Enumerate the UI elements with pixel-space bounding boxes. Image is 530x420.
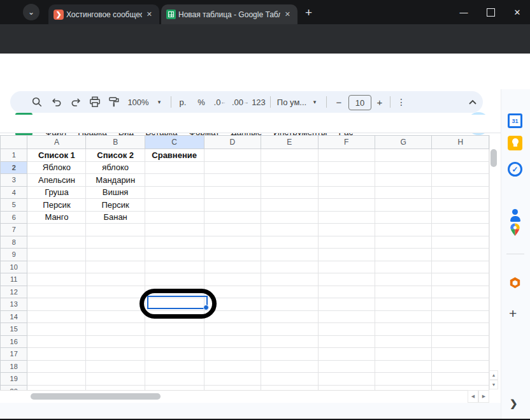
cell-F20[interactable] (318, 385, 375, 390)
cell-D20[interactable] (204, 385, 261, 390)
cell-F1[interactable] (318, 149, 375, 162)
cell-F13[interactable] (318, 298, 375, 311)
cell-F2[interactable] (318, 161, 375, 174)
cell-C3[interactable] (145, 174, 204, 187)
cell-G4[interactable] (375, 186, 432, 199)
column-header-D[interactable]: D (204, 136, 261, 149)
row-header-19[interactable]: 19 (1, 373, 27, 386)
cell-A15[interactable] (27, 323, 86, 336)
cell-F16[interactable] (318, 335, 375, 348)
cell-A18[interactable] (27, 360, 86, 373)
window-close-button[interactable]: ✕ (505, 0, 530, 24)
cell-E20[interactable] (261, 385, 318, 390)
cell-D18[interactable] (204, 360, 261, 373)
window-minimize-button[interactable]: — (451, 0, 476, 24)
cell-A12[interactable] (27, 286, 86, 298)
row-header-11[interactable]: 11 (1, 273, 27, 286)
cell-C20[interactable] (145, 385, 204, 390)
cell-F18[interactable] (318, 360, 375, 373)
cell-H17[interactable] (432, 348, 489, 361)
cell-C6[interactable] (145, 211, 204, 224)
cell-G3[interactable] (375, 174, 432, 187)
browser-tab-2-active[interactable]: Новая таблица - Google Табли ✕ (161, 4, 297, 24)
cell-C19[interactable] (145, 373, 204, 386)
cell-G18[interactable] (375, 360, 432, 373)
cell-D9[interactable] (204, 249, 261, 261)
cell-E14[interactable] (261, 310, 318, 323)
spreadsheet-grid[interactable]: ABCDEFGH1Список 1Список 2Сравнение2Яблок… (0, 135, 489, 390)
cell-E18[interactable] (261, 360, 318, 373)
cell-A20[interactable] (27, 385, 86, 390)
cell-G2[interactable] (375, 161, 432, 174)
get-add-ons-button[interactable]: + (509, 306, 517, 321)
cell-A11[interactable] (27, 273, 86, 286)
cell-A2[interactable]: Яблоко (27, 161, 86, 174)
collapse-toolbar-icon[interactable] (464, 91, 482, 113)
cell-G16[interactable] (375, 335, 432, 348)
row-header-20[interactable]: 20 (1, 385, 27, 390)
new-tab-button[interactable]: + (305, 6, 312, 20)
cell-E5[interactable] (261, 199, 318, 212)
row-header-4[interactable]: 4 (1, 186, 27, 199)
column-header-B[interactable]: B (86, 136, 145, 149)
cell-C1[interactable]: Сравнение (145, 149, 204, 162)
cell-G5[interactable] (375, 199, 432, 212)
cell-D1[interactable] (204, 149, 261, 162)
cell-E10[interactable] (261, 261, 318, 273)
decrease-decimal-button[interactable]: .0← (211, 91, 229, 113)
cell-G12[interactable] (375, 286, 432, 298)
column-header-A[interactable]: A (27, 136, 86, 149)
cell-H19[interactable] (432, 373, 489, 386)
cell-B12[interactable] (86, 286, 145, 298)
row-header-9[interactable]: 9 (1, 249, 27, 261)
cell-D10[interactable] (204, 261, 261, 273)
cell-H3[interactable] (432, 174, 489, 187)
cell-B18[interactable] (86, 360, 145, 373)
row-header-5[interactable]: 5 (1, 199, 27, 212)
cell-D6[interactable] (204, 211, 261, 224)
cell-G1[interactable] (375, 149, 432, 162)
cell-G7[interactable] (375, 224, 432, 236)
cell-B14[interactable] (86, 310, 145, 323)
cell-H15[interactable] (432, 323, 489, 336)
horizontal-scrollbar-thumb[interactable] (31, 393, 161, 400)
cell-C16[interactable] (145, 335, 204, 348)
cell-F19[interactable] (318, 373, 375, 386)
scroll-right-icon[interactable]: ▶ (478, 390, 489, 403)
cell-H5[interactable] (432, 199, 489, 212)
cell-H14[interactable] (432, 310, 489, 323)
cell-B17[interactable] (86, 348, 145, 361)
cell-D17[interactable] (204, 348, 261, 361)
more-formats-button[interactable]: 123 (250, 91, 268, 113)
font-caret-icon[interactable]: ▾ (311, 91, 319, 113)
cell-F9[interactable] (318, 249, 375, 261)
zoom-caret-icon[interactable]: ▾ (155, 91, 163, 113)
window-maximize-button[interactable] (478, 0, 503, 24)
print-icon[interactable] (86, 91, 104, 113)
cell-C7[interactable] (145, 224, 204, 236)
cell-D5[interactable] (204, 199, 261, 212)
column-header-E[interactable]: E (261, 136, 318, 149)
cell-D8[interactable] (204, 236, 261, 249)
percent-format-button[interactable]: % (194, 91, 209, 113)
cell-C18[interactable] (145, 360, 204, 373)
cell-H1[interactable] (432, 149, 489, 162)
cell-A5[interactable]: Персик (27, 199, 86, 212)
cell-F12[interactable] (318, 286, 375, 298)
cell-E13[interactable] (261, 298, 318, 311)
cell-E4[interactable] (261, 186, 318, 199)
scroll-up-icon[interactable]: ▲ (489, 370, 498, 380)
contacts-icon[interactable] (508, 208, 522, 222)
tasks-icon[interactable]: ✓ (508, 162, 522, 177)
cell-E9[interactable] (261, 249, 318, 261)
cell-D7[interactable] (204, 224, 261, 236)
cell-G20[interactable] (375, 385, 432, 390)
cell-G8[interactable] (375, 236, 432, 249)
scroll-down-icon[interactable]: ▼ (489, 380, 498, 389)
cell-G17[interactable] (375, 348, 432, 361)
cell-F14[interactable] (318, 310, 375, 323)
cell-H11[interactable] (432, 273, 489, 286)
cell-H6[interactable] (432, 211, 489, 224)
cell-F6[interactable] (318, 211, 375, 224)
search-icon[interactable] (28, 91, 46, 113)
